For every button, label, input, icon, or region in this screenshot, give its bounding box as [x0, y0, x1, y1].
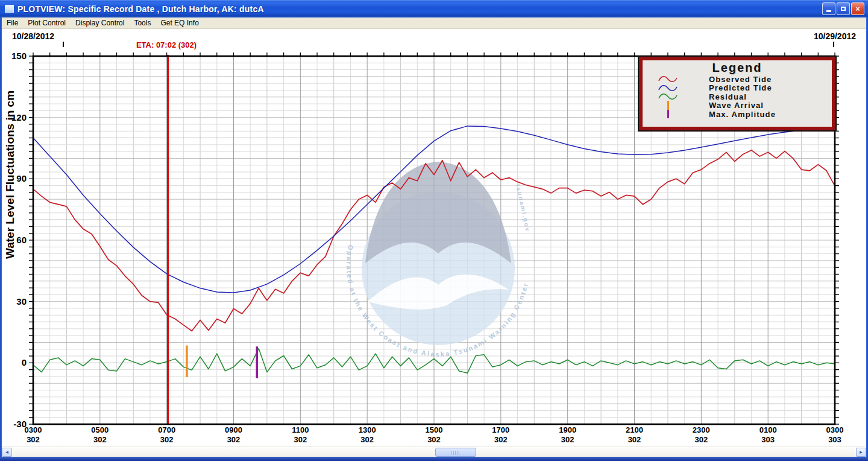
wave-arrival-legend-icon: [657, 101, 679, 110]
x-tick-label: 1900: [559, 425, 576, 434]
horizontal-scrollbar[interactable]: ◄ ►: [2, 447, 866, 457]
date-tick-right: [833, 42, 834, 47]
x-tick-day-label: 302: [561, 435, 574, 444]
x-tick-day-label: 303: [828, 435, 841, 444]
y-tick-label: 150: [11, 51, 27, 61]
x-tick-label: 2100: [626, 425, 643, 434]
scrollbar-grip: [451, 451, 460, 455]
close-icon: ×: [855, 5, 860, 13]
legend-title: Legend: [643, 61, 832, 75]
x-tick-day-label: 302: [427, 435, 441, 444]
scroll-right-icon: ►: [859, 450, 864, 455]
x-tick-day-label: 302: [93, 435, 107, 444]
menu-item-tools[interactable]: Tools: [129, 17, 156, 28]
legend-box: Legend Observed Tide Predicted Tide Resi…: [639, 57, 835, 130]
menu-item-get-eq-info[interactable]: Get EQ Info: [156, 17, 203, 28]
x-tick-day-label: 302: [227, 435, 241, 444]
x-tick-day-label: 302: [628, 435, 641, 444]
legend-label: Predicted Tide: [709, 83, 772, 92]
date-label-right: 10/29/2012: [814, 31, 856, 41]
x-tick-label: 1700: [492, 425, 509, 434]
x-tick-day-label: 303: [761, 435, 775, 444]
x-tick-label: 0100: [760, 425, 777, 434]
x-tick-day-label: 302: [27, 435, 40, 444]
legend-label: Observed Tide: [709, 75, 772, 84]
window-border-bottom: [0, 457, 868, 461]
date-label-left: 10/28/2012: [12, 31, 54, 41]
x-tick-label: 1300: [359, 425, 376, 434]
legend-row-residual: Residual: [643, 92, 832, 101]
app-icon: [5, 5, 14, 13]
y-axis-title: Water Level Fluctuations in cm: [4, 235, 17, 259]
x-tick-day-label: 302: [160, 435, 174, 444]
title-bar: PLOTVIEW: Specific Record Date , Dutch H…: [0, 0, 868, 17]
date-tick-left: [63, 42, 64, 47]
plot-content: Operated at the West Coast and Alaska Ts…: [2, 29, 866, 447]
scrollbar-thumb[interactable]: [435, 448, 476, 457]
x-tick-label: 0700: [158, 425, 175, 434]
scroll-left-button[interactable]: ◄: [2, 448, 12, 457]
x-tick-day-label: 302: [494, 435, 508, 444]
event-markers: [168, 55, 257, 424]
menu-item-display-control[interactable]: Display Control: [71, 17, 129, 28]
menu-item-plot-control[interactable]: Plot Control: [23, 17, 71, 28]
close-button[interactable]: ×: [851, 2, 864, 15]
x-tick-label: 1500: [426, 425, 443, 434]
y-tick-label: 90: [16, 173, 27, 183]
y-tick-label: 0: [22, 357, 27, 367]
x-tick-label: 2300: [693, 425, 710, 434]
menu-item-file[interactable]: File: [2, 17, 23, 28]
window-title: PLOTVIEW: Specific Record Date , Dutch H…: [17, 4, 822, 14]
x-tick-label: 1100: [292, 425, 309, 434]
legend-row-max-amplitude: Max. Amplitude: [643, 110, 832, 119]
scroll-left-icon: ◄: [5, 450, 10, 455]
legend-label: Wave Arrival: [709, 101, 764, 110]
y-tick-label: 60: [16, 235, 27, 245]
max-amplitude-legend-icon: [657, 110, 679, 118]
x-tick-day-label: 302: [694, 435, 708, 444]
maximize-button[interactable]: [837, 2, 850, 15]
x-tick-label: 0900: [225, 425, 242, 434]
minimize-button[interactable]: [822, 2, 835, 15]
maximize-icon: [841, 7, 846, 11]
x-tick-label: 0300: [25, 425, 42, 434]
x-tick-day-label: 302: [360, 435, 374, 444]
y-tick-label: 30: [16, 296, 27, 307]
minimize-icon: [826, 10, 831, 12]
noaa-watermark: Operated at the West Coast and Alaska Ts…: [345, 162, 532, 358]
x-tick-label: 0300: [826, 425, 844, 434]
legend-row-wave-arrival: Wave Arrival: [643, 101, 832, 110]
legend-label: Max. Amplitude: [709, 110, 776, 119]
eta-label: ETA: 07:02 (302): [136, 40, 197, 49]
plotview-window: PLOTVIEW: Specific Record Date , Dutch H…: [0, 0, 868, 461]
legend-label: Residual: [709, 92, 747, 101]
menu-bar: File Plot Control Display Control Tools …: [2, 17, 866, 29]
x-tick-label: 0500: [91, 425, 108, 434]
x-tick-day-label: 302: [294, 435, 307, 444]
scroll-right-button[interactable]: ►: [856, 448, 866, 457]
